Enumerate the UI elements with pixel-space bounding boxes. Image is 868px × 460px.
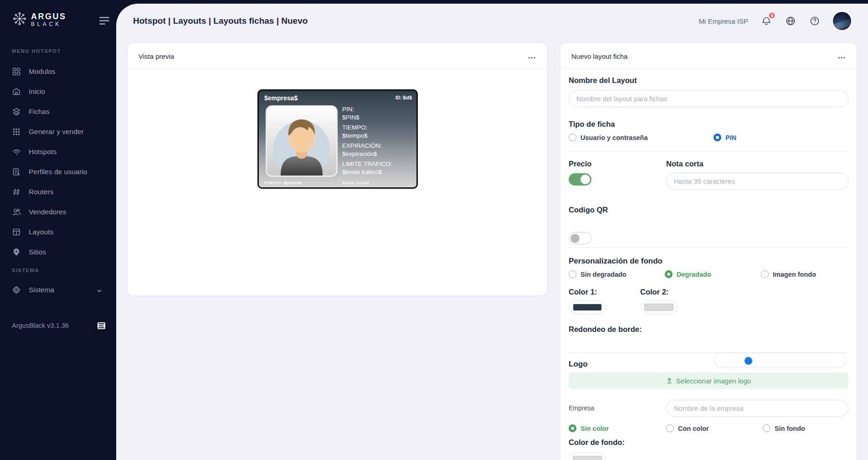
logo-text-argus: ARGUS xyxy=(31,12,67,21)
new-layout-form-card: Nuevo layout ficha ... Nombre del Layout… xyxy=(560,43,857,460)
radio-con-color[interactable]: Con color xyxy=(666,424,709,432)
sidebar-section-sistema: SISTEMA xyxy=(12,268,39,273)
upload-icon xyxy=(666,377,673,385)
breadcrumb: Hotspot | Layouts | Layouts fichas | Nue… xyxy=(133,16,308,26)
ticket-tiempo-value: $tiempo$ xyxy=(342,132,392,140)
ticket-preview: $empresa$ ID: $id$ PIN: xyxy=(257,89,418,189)
color1-label: Color 1: xyxy=(569,288,597,296)
users-icon xyxy=(12,207,21,217)
preview-card: Vista previa ... $empresa$ ID: $id$ xyxy=(128,43,547,295)
color1-picker[interactable] xyxy=(569,300,606,314)
ticket-pin-label: PIN: xyxy=(342,105,392,114)
sidebar-item-label: Generar y vender xyxy=(29,128,84,136)
sidebar-item-vendedores[interactable]: Vendedores xyxy=(12,207,108,217)
sidebar-item-perfiles-de-usuario[interactable]: Perfiles de usuario xyxy=(12,167,108,176)
ticket-empresa: $empresa$ xyxy=(264,94,298,102)
sidebar-item-hotspots[interactable]: Hotspots xyxy=(12,147,108,156)
app-root: ARGUS BLACK MENU HOTSPOT Modulos Inicio … xyxy=(0,0,868,460)
radio-sin-fondo[interactable]: Sin fondo xyxy=(763,424,805,432)
logo-section-label: Logo xyxy=(569,360,588,369)
logo-text-black: BLACK xyxy=(31,21,67,27)
sidebar-item-routers[interactable]: Routers xyxy=(12,187,108,196)
select-logo-button[interactable]: Seleccionar imagen logo xyxy=(569,372,848,389)
ticket-nota-corta: $nota_corta$ xyxy=(342,180,369,185)
border-radius-slider[interactable] xyxy=(714,353,846,368)
sidebar-item-modulos[interactable]: Modulos xyxy=(12,67,108,76)
grid-dots-icon xyxy=(12,127,21,136)
precio-label: Precio xyxy=(569,160,591,168)
sidebar-item-inicio[interactable]: Inicio xyxy=(12,87,108,96)
radio-circle-selected xyxy=(569,424,576,432)
bg-color-label: Color de fondo: xyxy=(569,438,625,447)
nota-corta-input[interactable] xyxy=(666,173,848,190)
radio-circle-selected xyxy=(665,270,673,278)
sidebar-collapse-icon[interactable] xyxy=(99,17,109,26)
bg-color-swatch xyxy=(573,456,602,460)
main-panel: Hotspot | Layouts | Layouts fichas | Nue… xyxy=(116,4,868,460)
radio-usuario-contrasena[interactable]: Usuario y contraseña xyxy=(569,134,647,141)
user-avatar[interactable] xyxy=(833,12,851,30)
sidebar-item-layouts[interactable]: Layouts xyxy=(12,227,108,237)
border-radius-label: Redondeo de borde: xyxy=(569,325,642,334)
color2-picker[interactable] xyxy=(640,300,678,314)
radio-imagen-fondo[interactable]: Imagen fondo xyxy=(761,270,816,278)
radio-sin-degradado[interactable]: Sin degradado xyxy=(569,270,627,278)
ficha-type-label: Tipo de ficha xyxy=(569,120,615,129)
app-logo: ARGUS BLACK xyxy=(12,11,67,28)
sidebar-item-label: Fichas xyxy=(29,108,50,116)
form-card-title: Nuevo layout ficha xyxy=(571,52,627,60)
sidebar-item-label: Layouts xyxy=(29,228,53,236)
language-globe-icon[interactable] xyxy=(785,15,796,27)
sidebar-item-sitios[interactable]: Sitios xyxy=(12,248,108,257)
map-pin-icon xyxy=(12,248,21,257)
sidebar: ARGUS BLACK MENU HOTSPOT Modulos Inicio … xyxy=(0,0,116,460)
ticket-tiempo-label: TIEMPO: xyxy=(342,124,392,132)
ticket-pin-value: $PIN$ xyxy=(342,114,392,122)
made-in-mexico-badge-icon xyxy=(98,322,105,329)
sidebar-section-menu-hotspot: MENU HOTSPOT xyxy=(12,48,61,54)
empresa-label: Empresa xyxy=(569,404,594,412)
radio-circle xyxy=(569,134,576,141)
precio-toggle[interactable] xyxy=(569,173,591,186)
form-card-menu-icon[interactable]: ... xyxy=(838,54,846,58)
layers-icon xyxy=(12,107,21,116)
help-icon[interactable] xyxy=(809,15,821,27)
radio-circle xyxy=(569,270,576,278)
color2-label: Color 2: xyxy=(640,288,668,296)
empresa-input[interactable] xyxy=(666,400,848,417)
snowflake-logo-icon xyxy=(12,11,27,28)
codigo-qr-toggle[interactable] xyxy=(569,232,591,244)
notification-count-badge: 4 xyxy=(768,12,776,19)
sidebar-item-label: Perfiles de usuario xyxy=(29,168,87,176)
sidebar-item-label: Sitios xyxy=(29,248,46,256)
sidebar-item-generar-y-vender[interactable]: Generar y vender xyxy=(12,127,108,136)
sidebar-item-label: Inicio xyxy=(29,88,45,96)
hash-icon xyxy=(12,187,21,196)
sidebar-item-fichas[interactable]: Fichas xyxy=(12,107,108,116)
top-bar: Hotspot | Layouts | Layouts fichas | Nue… xyxy=(116,4,868,40)
sidebar-item-label: Routers xyxy=(29,188,53,196)
color2-swatch xyxy=(644,304,673,311)
notifications-bell-icon[interactable]: 4 xyxy=(760,15,772,27)
ticket-info: PIN: $PIN$ TIEMPO: $tiempo$ EXPIRACIÓN: … xyxy=(342,105,392,178)
radio-circle xyxy=(666,424,674,432)
chevron-down-icon xyxy=(97,287,102,295)
ticket-trafico-label: LIMITE TRAFICO: xyxy=(342,160,392,168)
preview-card-menu-icon[interactable]: ... xyxy=(528,54,536,58)
radio-degradado[interactable]: Degradado xyxy=(665,270,711,278)
background-custom-label: Personalización de fondo xyxy=(569,257,663,266)
layout-name-input[interactable] xyxy=(569,90,848,107)
ticket-precio: PRECIO: $precio$ xyxy=(264,180,301,185)
radio-circle xyxy=(761,270,769,278)
radio-sin-color[interactable]: Sin color xyxy=(569,424,609,432)
sidebar-item-label: Sistema xyxy=(29,286,54,294)
sidebar-item-sistema[interactable]: Sistema xyxy=(12,285,108,295)
bg-color-picker[interactable] xyxy=(569,453,606,460)
sidebar-item-label: Modulos xyxy=(29,67,56,76)
ticket-trafico-value: $limite trafico$ xyxy=(342,168,392,176)
sidebar-item-label: Hotspots xyxy=(29,148,56,156)
home-icon xyxy=(12,87,21,96)
layout-name-label: Nombre del Layout xyxy=(569,76,637,85)
slider-knob[interactable] xyxy=(745,357,752,365)
radio-pin[interactable]: PIN xyxy=(714,134,736,141)
